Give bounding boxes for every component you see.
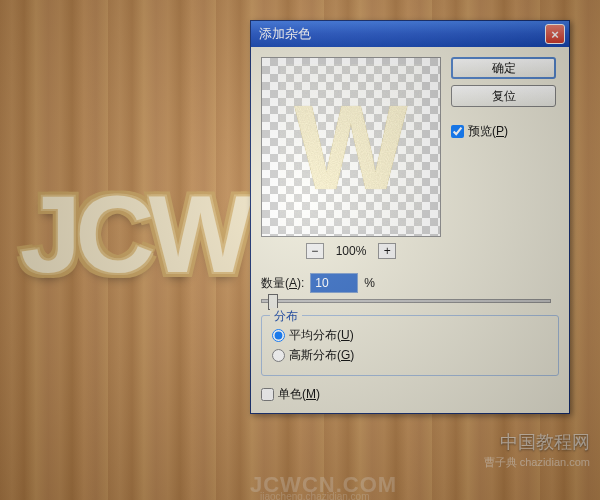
watermark-url: jiaocheng.chazidian.com (260, 491, 370, 500)
amount-slider[interactable] (261, 299, 551, 303)
amount-row: 数量(A): % (261, 273, 559, 293)
preview-checkbox[interactable] (451, 125, 464, 138)
distribution-uniform-row[interactable]: 平均分布(U) (272, 327, 548, 344)
add-noise-dialog: 添加杂色 × W (250, 20, 570, 414)
watermark-site: 中国教程网 (500, 430, 590, 454)
amount-unit: % (364, 276, 375, 290)
preview-canvas[interactable]: W (261, 57, 441, 237)
minus-icon: − (311, 245, 318, 257)
zoom-out-button[interactable]: − (306, 243, 324, 259)
monochrome-row[interactable]: 单色(M) (261, 386, 559, 403)
dialog-titlebar[interactable]: 添加杂色 × (251, 21, 569, 47)
distribution-fieldset: 分布 平均分布(U) 高斯分布(G) (261, 315, 559, 376)
zoom-controls: − 100% + (261, 243, 441, 259)
dialog-body: W − 100% + 确定 (251, 47, 569, 413)
distribution-uniform-label: 平均分布(U) (289, 327, 354, 344)
distribution-gaussian-row[interactable]: 高斯分布(G) (272, 347, 548, 364)
watermark-credit: 曹子典 chazidian.com (484, 455, 590, 470)
distribution-gaussian-label: 高斯分布(G) (289, 347, 354, 364)
dialog-title: 添加杂色 (259, 25, 311, 43)
amount-label: 数量(A): (261, 275, 304, 292)
dialog-right-column: 确定 复位 预览(P) (451, 57, 556, 259)
zoom-percent: 100% (336, 244, 367, 258)
ok-button[interactable]: 确定 (451, 57, 556, 79)
reset-button-label: 复位 (492, 88, 516, 105)
preview-checkbox-row[interactable]: 预览(P) (451, 123, 556, 140)
cookie-text: JCW (20, 170, 246, 297)
distribution-uniform-radio[interactable] (272, 329, 285, 342)
reset-button[interactable]: 复位 (451, 85, 556, 107)
monochrome-label: 单色(M) (278, 386, 320, 403)
close-button[interactable]: × (545, 24, 565, 44)
preview-letter: W (294, 78, 407, 216)
amount-input[interactable] (310, 273, 358, 293)
wood-background: JCW 中国教程网 曹子典 chazidian.com JCWCN.COM ji… (0, 0, 600, 500)
monochrome-checkbox[interactable] (261, 388, 274, 401)
preview-checkbox-label: 预览(P) (468, 123, 508, 140)
plus-icon: + (384, 245, 391, 257)
ok-button-label: 确定 (492, 60, 516, 77)
zoom-in-button[interactable]: + (378, 243, 396, 259)
distribution-gaussian-radio[interactable] (272, 349, 285, 362)
distribution-legend: 分布 (270, 308, 302, 325)
close-icon: × (551, 27, 559, 42)
